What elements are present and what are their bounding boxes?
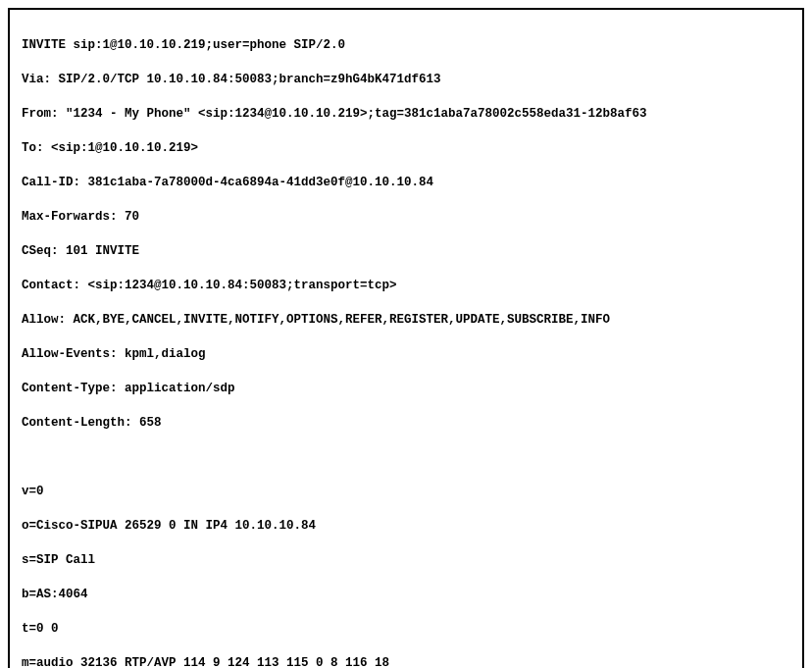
sip-to: To: <sip:1@10.10.10.219> bbox=[22, 140, 790, 158]
sip-via: Via: SIP/2.0/TCP 10.10.10.84:50083;branc… bbox=[22, 72, 790, 89]
sip-call-id: Call-ID: 381c1aba-7a78000d-4ca6894a-41dd… bbox=[22, 175, 790, 192]
sip-contact: Contact: <sip:1234@10.10.10.84:50083;tra… bbox=[22, 278, 790, 295]
sip-content-length: Content-Length: 658 bbox=[22, 415, 790, 433]
sdp-m: m=audio 32136 RTP/AVP 114 9 124 113 115 … bbox=[22, 655, 790, 669]
sip-from: From: "1234 - My Phone" <sip:1234@10.10.… bbox=[22, 106, 790, 124]
sip-max-forwards: Max-Forwards: 70 bbox=[22, 209, 790, 227]
sdp-o: o=Cisco-SIPUA 26529 0 IN IP4 10.10.10.84 bbox=[22, 518, 790, 536]
sdp-v: v=0 bbox=[22, 484, 790, 501]
sdp-b-as: b=AS:4064 bbox=[22, 587, 790, 604]
sip-allow: Allow: ACK,BYE,CANCEL,INVITE,NOTIFY,OPTI… bbox=[22, 312, 790, 330]
sip-content-type: Content-Type: application/sdp bbox=[22, 381, 790, 398]
sdp-s: s=SIP Call bbox=[22, 552, 790, 570]
sip-cseq: CSeq: 101 INVITE bbox=[22, 243, 790, 261]
sdp-t: t=0 0 bbox=[22, 621, 790, 639]
sip-message-container: INVITE sip:1@10.10.10.219;user=phone SIP… bbox=[8, 8, 804, 668]
sip-allow-events: Allow-Events: kpml,dialog bbox=[22, 346, 790, 364]
blank-separator bbox=[22, 449, 790, 467]
sip-request-line: INVITE sip:1@10.10.10.219;user=phone SIP… bbox=[22, 37, 790, 55]
